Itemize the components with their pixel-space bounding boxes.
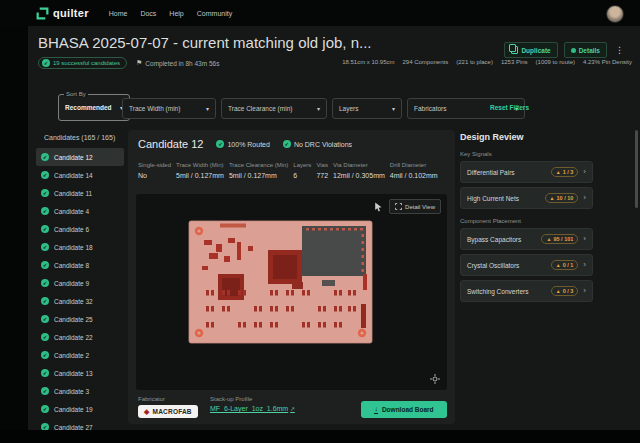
candidate-label: Candidate 6 xyxy=(54,226,89,233)
review-row-bypass-capacitors[interactable]: Bypass Capacitors▲95 / 101› xyxy=(460,228,593,250)
warning-icon: ▲ xyxy=(556,289,561,294)
routed-status: ✓ 100% Routed xyxy=(216,140,269,148)
nav-link-help[interactable]: Help xyxy=(169,10,183,17)
candidate-item[interactable]: ✓Candidate 2 xyxy=(36,346,124,364)
app-surface: BHASA 2025-07-07 - current matching old … xyxy=(28,26,640,430)
candidate-label: Candidate 32 xyxy=(54,298,93,305)
nav-link-home[interactable]: Home xyxy=(109,10,128,17)
fabricator-name: MACROFAB xyxy=(153,408,192,415)
nav-link-docs[interactable]: Docs xyxy=(140,10,156,17)
candidate-item[interactable]: ✓Candidate 32 xyxy=(36,292,124,310)
candidate-item[interactable]: ✓Candidate 14 xyxy=(36,166,124,184)
check-icon: ✓ xyxy=(41,207,49,215)
candidate-label: Candidate 9 xyxy=(54,280,89,287)
board-stats: 18.51cm x 10.95cm294 Components(221 to p… xyxy=(342,59,632,65)
candidates-sidebar: Candidates (165 / 165) ✓Candidate 12✓Can… xyxy=(30,130,128,430)
check-icon: ✓ xyxy=(41,171,49,179)
candidate-label: Candidate 2 xyxy=(54,352,89,359)
user-avatar[interactable] xyxy=(606,5,624,23)
review-row-switching-converters[interactable]: Switching Converters▲0 / 3› xyxy=(460,280,593,302)
spec-label: Trace Clearance (Min) xyxy=(229,162,288,168)
detail-view-button[interactable]: Detail View xyxy=(389,199,441,214)
download-board-button[interactable]: ↓ Download Board xyxy=(361,401,447,418)
check-icon: ✓ xyxy=(41,261,49,269)
check-icon: ✓ xyxy=(41,225,49,233)
candidate-label: Candidate 3 xyxy=(54,388,89,395)
board-stat: (1009 to route) xyxy=(536,59,575,65)
download-icon: ↓ xyxy=(374,405,378,414)
duplicate-button[interactable]: Duplicate xyxy=(504,42,557,58)
review-row-crystal-oscillators[interactable]: Crystal Oscillators▲0 / 1› xyxy=(460,254,593,276)
filter-dropdown-layers[interactable]: Layers▾ xyxy=(332,98,402,119)
external-link-icon: ↗ xyxy=(290,406,295,412)
warning-count: 0 / 1 xyxy=(563,262,574,268)
check-icon: ✓ xyxy=(41,315,49,323)
check-icon: ✓ xyxy=(41,189,49,197)
candidate-item[interactable]: ✓Candidate 18 xyxy=(36,238,124,256)
candidate-item[interactable]: ✓Candidate 4 xyxy=(36,202,124,220)
filter-dropdown-trace-width-min[interactable]: Trace Width (min)▾ xyxy=(122,98,216,119)
filter-dropdown-trace-clearance-min[interactable]: Trace Clearance (min)▾ xyxy=(221,98,327,119)
cursor-icon[interactable] xyxy=(374,202,383,212)
candidate-item[interactable]: ✓Candidate 9 xyxy=(36,274,124,292)
candidate-item[interactable]: ✓Candidate 13 xyxy=(36,364,124,382)
stackup-link[interactable]: MF_6-Layer_1oz_1.6mm ↗ xyxy=(210,405,295,412)
spec-column: Layers6 xyxy=(293,162,311,179)
review-row-differential-pairs[interactable]: Differential Pairs▲1 / 3› xyxy=(460,161,593,183)
warning-badge: ▲10 / 10 xyxy=(545,193,579,203)
candidate-item[interactable]: ✓Candidate 3 xyxy=(36,382,124,400)
spec-value: 6 xyxy=(293,172,311,179)
chevron-down-icon: ▾ xyxy=(317,105,320,112)
warning-badge: ▲0 / 3 xyxy=(551,286,579,296)
candidate-label: Candidate 13 xyxy=(54,370,93,377)
candidate-item[interactable]: ✓Candidate 6 xyxy=(36,220,124,238)
candidate-item[interactable]: ✓Candidate 8 xyxy=(36,256,124,274)
candidate-label: Candidate 11 xyxy=(54,190,92,197)
success-badge-label: 19 successful candidates xyxy=(53,60,120,66)
spec-value: No xyxy=(138,172,171,179)
check-icon: ✓ xyxy=(41,243,49,251)
candidates-header: Candidates (165 / 165) xyxy=(30,130,128,148)
completed-status: ⚑ Completed in 8h 43m 56s xyxy=(136,59,219,67)
reset-filters-link[interactable]: Reset Filters xyxy=(490,104,529,111)
spec-column: Drill Diameter4mil / 0.102mm xyxy=(390,162,438,179)
filter-dropdowns: Trace Width (min)▾Trace Clearance (min)▾… xyxy=(122,98,525,119)
duplicate-label: Duplicate xyxy=(521,47,550,54)
brand-name: quilter xyxy=(53,7,89,19)
board-stat: 1253 Pins xyxy=(501,59,528,65)
candidate-item[interactable]: ✓Candidate 22 xyxy=(36,328,124,346)
chevron-right-icon: › xyxy=(583,287,586,295)
candidate-item[interactable]: ✓Candidate 11 xyxy=(36,184,124,202)
candidates-list: ✓Candidate 12✓Candidate 14✓Candidate 11✓… xyxy=(30,148,128,430)
scrollbar-thumb[interactable] xyxy=(635,130,638,208)
filter-label: Layers xyxy=(339,105,359,112)
kebab-menu-icon[interactable]: ⋮ xyxy=(613,46,626,55)
download-label: Download Board xyxy=(382,406,434,413)
zoom-to-fit-icon[interactable] xyxy=(430,374,440,384)
spec-column: Trace Clearance (Min)5mil / 0.127mm xyxy=(229,162,288,179)
drc-label: No DRC Violations xyxy=(294,141,352,148)
brand[interactable]: quilter xyxy=(36,7,89,20)
nav-link-community[interactable]: Community xyxy=(197,10,232,17)
candidate-item[interactable]: ✓Candidate 27 xyxy=(36,418,124,430)
fabricator-label: Fabricator xyxy=(138,396,198,402)
design-review-title: Design Review xyxy=(460,132,593,142)
check-icon: ✓ xyxy=(41,351,49,359)
top-navbar: quilter HomeDocsHelpCommunity xyxy=(0,0,640,26)
candidate-item[interactable]: ✓Candidate 19 xyxy=(36,400,124,418)
chevron-right-icon: › xyxy=(583,261,586,269)
review-row-high-current-nets[interactable]: High Current Nets▲10 / 10› xyxy=(460,187,593,209)
expand-icon xyxy=(395,203,402,210)
sort-by-dropdown[interactable]: Sort By Recommended ▾ xyxy=(58,94,130,121)
candidate-item[interactable]: ✓Candidate 25 xyxy=(36,310,124,328)
fabricator-badge: ◈ MACROFAB xyxy=(138,405,198,418)
detail-view-label: Detail View xyxy=(405,204,435,210)
check-icon: ✓ xyxy=(216,140,224,148)
details-button[interactable]: Details xyxy=(564,42,607,58)
filter-label: Trace Width (min) xyxy=(129,105,180,112)
check-icon: ✓ xyxy=(41,387,49,395)
page-title: BHASA 2025-07-07 - current matching old … xyxy=(38,34,372,51)
warning-icon: ▲ xyxy=(546,237,551,242)
chevron-right-icon: › xyxy=(583,235,586,243)
candidate-item[interactable]: ✓Candidate 12 xyxy=(36,148,124,166)
